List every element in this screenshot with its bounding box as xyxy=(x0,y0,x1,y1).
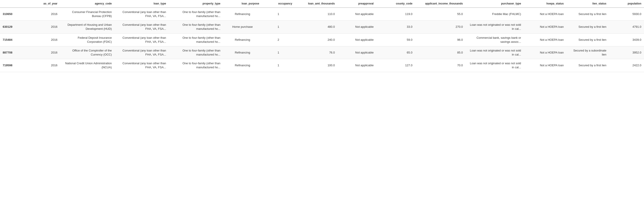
table-row: 7154842016Federal Deposit Insurance Corp… xyxy=(0,33,644,46)
cell-id: 310650 xyxy=(0,8,31,21)
cell-id: 719598 xyxy=(0,59,31,72)
cell-year: 2016 xyxy=(31,33,60,46)
cell-population: 5930.0 xyxy=(609,8,644,21)
cell-hoepa: Not a HOEPA loan xyxy=(524,8,566,21)
cell-purchaser: Loan was not originated or was not sold … xyxy=(466,21,524,33)
cell-loan-type: Conventional (any loan other than FHA, V… xyxy=(114,46,169,59)
cell-loan-purpose: Refinancing xyxy=(223,59,262,72)
cell-lien: Secured by a first lien xyxy=(566,59,609,72)
cell-property-type: One to four-family (other than manufactu… xyxy=(169,21,223,33)
cell-income: 96.0 xyxy=(415,33,466,46)
cell-hoepa: Not a HOEPA loan xyxy=(524,46,566,59)
cell-income: 85.0 xyxy=(415,46,466,59)
cell-county: 119.0 xyxy=(376,8,415,21)
cell-population: 3439.0 xyxy=(609,33,644,46)
cell-year: 2016 xyxy=(31,21,60,33)
cell-loan-amt: 100.0 xyxy=(295,59,338,72)
cell-purchaser: Loan was not originated or was not sold … xyxy=(466,59,524,72)
cell-occupancy: 1 xyxy=(262,21,295,33)
col-header-agency[interactable]: agency_code xyxy=(60,0,114,8)
cell-loan-type: Conventional (any loan other than FHA, V… xyxy=(114,59,169,72)
table-row: 3106502016Consumer Financial Protection … xyxy=(0,8,644,21)
cell-county: 127.0 xyxy=(376,59,415,72)
cell-hoepa: Not a HOEPA loan xyxy=(524,59,566,72)
cell-preapproval: Not applicable xyxy=(338,21,376,33)
col-header-preapproval[interactable]: preapproval xyxy=(338,0,376,8)
cell-agency: Office of the Comptroller of the Currenc… xyxy=(60,46,114,59)
cell-loan-amt: 240.0 xyxy=(295,33,338,46)
col-header-loan-amt[interactable]: loan_amt_thousands xyxy=(295,0,338,8)
cell-loan-purpose: Refinancing xyxy=(223,46,262,59)
col-header-occupancy[interactable]: occupancy xyxy=(262,0,295,8)
data-table: as_of_year agency_code loan_type propert… xyxy=(0,0,644,72)
cell-property-type: One to four-family (other than manufactu… xyxy=(169,59,223,72)
col-header-purchaser[interactable]: purchaser_type xyxy=(466,0,524,8)
cell-agency: Department of Housing and Urban Developm… xyxy=(60,21,114,33)
cell-occupancy: 1 xyxy=(262,59,295,72)
cell-lien: Secured by a subordinate lien xyxy=(566,46,609,59)
cell-purchaser: Loan was not originated or was not sold … xyxy=(466,46,524,59)
col-header-hoepa[interactable]: hoepa_status xyxy=(524,0,566,8)
col-header-year[interactable]: as_of_year xyxy=(31,0,60,8)
cell-property-type: One to four-family (other than manufactu… xyxy=(169,33,223,46)
cell-population: 4791.0 xyxy=(609,21,644,33)
cell-agency: National Credit Union Administration (NC… xyxy=(60,59,114,72)
cell-preapproval: Not applicable xyxy=(338,33,376,46)
cell-occupancy: 1 xyxy=(262,46,295,59)
cell-loan-purpose: Refinancing xyxy=(223,8,262,21)
cell-loan-type: Conventional (any loan other than FHA, V… xyxy=(114,33,169,46)
cell-hoepa: Not a HOEPA loan xyxy=(524,33,566,46)
cell-agency: Federal Deposit Insurance Corporation (F… xyxy=(60,33,114,46)
cell-year: 2016 xyxy=(31,46,60,59)
cell-county: 33.0 xyxy=(376,21,415,33)
cell-lien: Secured by a first lien xyxy=(566,8,609,21)
cell-income: 270.0 xyxy=(415,21,466,33)
cell-purchaser: Commercial bank, savings bank or savings… xyxy=(466,33,524,46)
table-row: 7195982016National Credit Union Administ… xyxy=(0,59,644,72)
cell-id: 887708 xyxy=(0,46,31,59)
cell-lien: Secured by a first lien xyxy=(566,33,609,46)
col-header-loan-type[interactable]: loan_type xyxy=(114,0,169,8)
cell-preapproval: Not applicable xyxy=(338,46,376,59)
cell-loan-amt: 110.0 xyxy=(295,8,338,21)
cell-year: 2016 xyxy=(31,59,60,72)
col-header-income[interactable]: applicant_income_thousands xyxy=(415,0,466,8)
cell-lien: Secured by a first lien xyxy=(566,21,609,33)
cell-id: 715484 xyxy=(0,33,31,46)
cell-id: 630129 xyxy=(0,21,31,33)
cell-property-type: One to four-family (other than manufactu… xyxy=(169,8,223,21)
cell-hoepa: Not a HOEPA loan xyxy=(524,21,566,33)
cell-property-type: One to four-family (other than manufactu… xyxy=(169,46,223,59)
cell-occupancy: 1 xyxy=(262,8,295,21)
cell-county: 59.0 xyxy=(376,33,415,46)
cell-year: 2016 xyxy=(31,8,60,21)
cell-population: 3952.0 xyxy=(609,46,644,59)
cell-agency: Consumer Financial Protection Bureau (CF… xyxy=(60,8,114,21)
table-header-row: as_of_year agency_code loan_type propert… xyxy=(0,0,644,8)
col-header-property-type[interactable]: property_type xyxy=(169,0,223,8)
cell-county: 65.0 xyxy=(376,46,415,59)
col-header-county[interactable]: county_code xyxy=(376,0,415,8)
col-header-population[interactable]: population xyxy=(609,0,644,8)
cell-income: 70.0 xyxy=(415,59,466,72)
cell-loan-type: Conventional (any loan other than FHA, V… xyxy=(114,8,169,21)
cell-loan-amt: 480.0 xyxy=(295,21,338,33)
cell-preapproval: Not applicable xyxy=(338,59,376,72)
cell-occupancy: 2 xyxy=(262,33,295,46)
col-header-loan-purpose[interactable]: loan_purpose xyxy=(223,0,262,8)
col-header-lien[interactable]: lien_status xyxy=(566,0,609,8)
cell-purchaser: Freddie Mac (FHLMC) xyxy=(466,8,524,21)
cell-income: 55.0 xyxy=(415,8,466,21)
table-row: 8877082016Office of the Comptroller of t… xyxy=(0,46,644,59)
cell-loan-type: Conventional (any loan other than FHA, V… xyxy=(114,21,169,33)
cell-preapproval: Not applicable xyxy=(338,8,376,21)
cell-loan-purpose: Refinancing xyxy=(223,33,262,46)
col-header-id xyxy=(0,0,31,8)
cell-population: 2422.0 xyxy=(609,59,644,72)
table-row: 6301292016Department of Housing and Urba… xyxy=(0,21,644,33)
cell-loan-purpose: Home purchase xyxy=(223,21,262,33)
cell-loan-amt: 76.0 xyxy=(295,46,338,59)
